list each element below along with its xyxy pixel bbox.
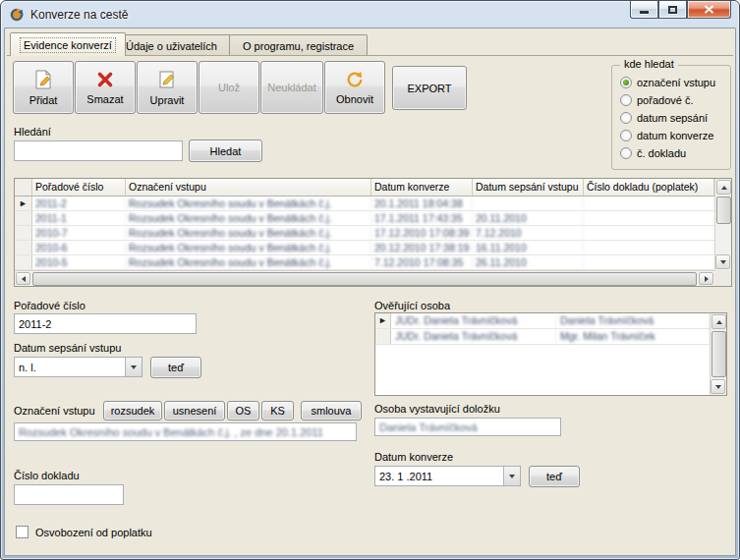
smlouva-button[interactable]: smlouva bbox=[301, 401, 362, 420]
upravit-button[interactable]: Upravit bbox=[137, 61, 198, 114]
datum-sepsani-label: Datum sepsání vstupu bbox=[14, 342, 121, 354]
client-area: Evidence konverzí Údaje o uživatelích O … bbox=[4, 28, 736, 556]
pridat-label: Přidat bbox=[29, 94, 58, 106]
cislo-dokladu-input[interactable] bbox=[14, 484, 124, 505]
radio-icon bbox=[620, 94, 632, 106]
tab-label: Evidence konverzí bbox=[20, 37, 116, 53]
list-item[interactable]: JUDr. Daniela Trávníčková Mgr. Milan Trá… bbox=[375, 329, 710, 345]
arrow-up-icon bbox=[721, 186, 727, 190]
checkbox-icon[interactable] bbox=[16, 526, 28, 538]
grid-horizontal-scrollbar[interactable] bbox=[15, 270, 714, 286]
minimize-button[interactable] bbox=[630, 1, 658, 19]
arrow-left-icon bbox=[22, 276, 26, 282]
tab-o-programu-registrace[interactable]: O programu, registrace bbox=[229, 34, 368, 56]
grid-row[interactable]: 2010-5 Rozsudek Okresního soudu v Benátk… bbox=[15, 255, 714, 270]
os-label: OS bbox=[236, 405, 252, 417]
list-item[interactable]: ► JUDr. Daniela Trávníčková Daniela Tráv… bbox=[375, 313, 710, 329]
radio-icon bbox=[620, 130, 632, 141]
uloz-label: Ulož bbox=[218, 82, 240, 93]
ks-button[interactable]: KS bbox=[261, 401, 294, 420]
smazat-button[interactable]: Smazat bbox=[75, 61, 136, 114]
datum-sepsani-combo[interactable]: n. l. bbox=[14, 357, 142, 377]
col-header-poradove-cislo[interactable]: Pořadové číslo bbox=[32, 179, 126, 196]
grid-row[interactable]: 2011-1 Rozsudek Okresního soudu v Benátk… bbox=[15, 211, 714, 226]
col-header-cislo-dokladu[interactable]: Číslo dokladu (poplatek) bbox=[584, 179, 714, 196]
grid-selector-header bbox=[15, 179, 32, 196]
scroll-left-button[interactable] bbox=[16, 272, 30, 285]
pridat-button[interactable]: Přidat bbox=[13, 61, 74, 114]
scroll-down-button[interactable] bbox=[715, 254, 730, 269]
ks-label: KS bbox=[270, 405, 285, 417]
refresh-icon bbox=[345, 70, 365, 89]
radio-c-dokladu[interactable]: č. dokladu bbox=[620, 144, 728, 162]
grid-row[interactable]: 2010-6 Rozsudek Okresního soudu v Benátk… bbox=[15, 241, 714, 255]
radio-datum-konverze[interactable]: datum konverze bbox=[620, 127, 728, 144]
poradove-cislo-input[interactable] bbox=[14, 313, 197, 334]
osoba-vystavujici-label: Osoba vystavující doložku bbox=[374, 403, 500, 415]
overujici-osoba-label: Ověřující osoba bbox=[374, 300, 450, 311]
col-header-datum-sepsani[interactable]: Datum sepsání vstupu bbox=[473, 179, 584, 196]
scroll-down-button[interactable] bbox=[711, 379, 725, 394]
radio-oznaceni-vstupu[interactable]: označení vstupu bbox=[620, 74, 728, 91]
datum-konverze-ted-button[interactable]: teď bbox=[529, 466, 580, 487]
app-icon bbox=[9, 7, 25, 23]
app-window: Konverze na cestě Evidence konverzí Údaj… bbox=[0, 0, 740, 560]
os-button[interactable]: OS bbox=[227, 401, 259, 420]
oznaceni-vstupu-input[interactable]: Rozsudek Okresního soudu v Benátkách č.j… bbox=[14, 422, 357, 441]
scroll-up-button[interactable] bbox=[716, 180, 731, 195]
scrollbar-thumb[interactable] bbox=[712, 331, 726, 377]
grid-row[interactable]: ► 2011-2 Rozsudek Okresního soudu v Bená… bbox=[15, 196, 714, 211]
scrollbar-thumb[interactable] bbox=[716, 196, 731, 224]
obnovit-label: Obnovit bbox=[336, 93, 373, 105]
minimize-icon bbox=[640, 11, 649, 14]
datum-konverze-combo[interactable]: 23. 1 .2011 bbox=[374, 466, 521, 486]
oznaceni-vstupu-label: Označení vstupu bbox=[14, 405, 95, 417]
scroll-up-button[interactable] bbox=[712, 314, 726, 329]
close-button[interactable] bbox=[687, 1, 731, 19]
osvobozeni-label: Osvobození od poplatku bbox=[35, 527, 152, 538]
window-title: Konverze na cestě bbox=[30, 8, 128, 22]
radio-icon bbox=[620, 147, 632, 159]
col-header-oznaceni-vstupu[interactable]: Označení vstupu bbox=[126, 179, 371, 196]
datum-sepsani-ted-button[interactable]: teď bbox=[150, 357, 201, 378]
osoba-vystavujici-input[interactable]: Daniela Trávníčková bbox=[374, 418, 561, 436]
osvobozeni-checkbox-row[interactable]: Osvobození od poplatku bbox=[16, 526, 152, 538]
kde-hledat-title: kde hledat bbox=[620, 58, 678, 70]
cislo-dokladu-label: Číslo dokladu bbox=[14, 470, 80, 481]
combo-value: 23. 1 .2011 bbox=[375, 471, 503, 482]
scroll-right-button[interactable] bbox=[699, 272, 713, 285]
tab-udaje-o-uzivatelich[interactable]: Údaje o uživatelích bbox=[112, 34, 231, 56]
hledat-button[interactable]: Hledat bbox=[189, 140, 262, 162]
arrow-right-icon bbox=[705, 276, 709, 282]
search-input[interactable] bbox=[14, 140, 183, 161]
smazat-label: Smazat bbox=[86, 93, 123, 105]
row-selector bbox=[15, 255, 32, 269]
rozsudek-button[interactable]: rozsudek bbox=[103, 401, 162, 420]
kde-hledat-group: kde hledat označení vstupu pořadové č. d… bbox=[611, 65, 731, 170]
radio-datum-sepsani[interactable]: datum sepsání bbox=[620, 109, 728, 127]
neukladat-button[interactable]: Neukládat bbox=[260, 61, 323, 114]
arrow-down-icon bbox=[720, 260, 726, 264]
radio-label: datum konverze bbox=[637, 130, 713, 141]
hledat-label: Hledat bbox=[210, 145, 242, 157]
maximize-button[interactable] bbox=[658, 1, 687, 19]
grid-vertical-scrollbar[interactable] bbox=[714, 179, 731, 270]
col-header-datum-konverze[interactable]: Datum konverze bbox=[371, 179, 473, 196]
list-vertical-scrollbar[interactable] bbox=[710, 313, 726, 395]
delete-x-icon bbox=[95, 70, 115, 89]
neukladat-label: Neukládat bbox=[267, 82, 316, 93]
radio-poradove-c[interactable]: pořadové č. bbox=[620, 91, 728, 109]
usneseni-button[interactable]: usnesení bbox=[164, 401, 225, 420]
combo-value: n. l. bbox=[15, 362, 125, 373]
scrollbar-thumb[interactable] bbox=[32, 272, 697, 286]
uloz-button[interactable]: Ulož bbox=[199, 61, 259, 114]
combo-dropdown-button[interactable] bbox=[503, 467, 520, 485]
arrow-up-icon bbox=[716, 320, 722, 324]
export-button[interactable]: EXPORT bbox=[392, 66, 467, 110]
combo-dropdown-button[interactable] bbox=[125, 358, 142, 376]
osoba-vystavujici-value: Daniela Trávníčková bbox=[379, 421, 478, 433]
obnovit-button[interactable]: Obnovit bbox=[324, 61, 385, 114]
tab-evidence-konverzi[interactable]: Evidence konverzí bbox=[10, 32, 126, 56]
maximize-icon bbox=[668, 6, 677, 14]
grid-row[interactable]: 2010-7 Rozsudek Okresního soudu v Benátk… bbox=[15, 226, 714, 241]
